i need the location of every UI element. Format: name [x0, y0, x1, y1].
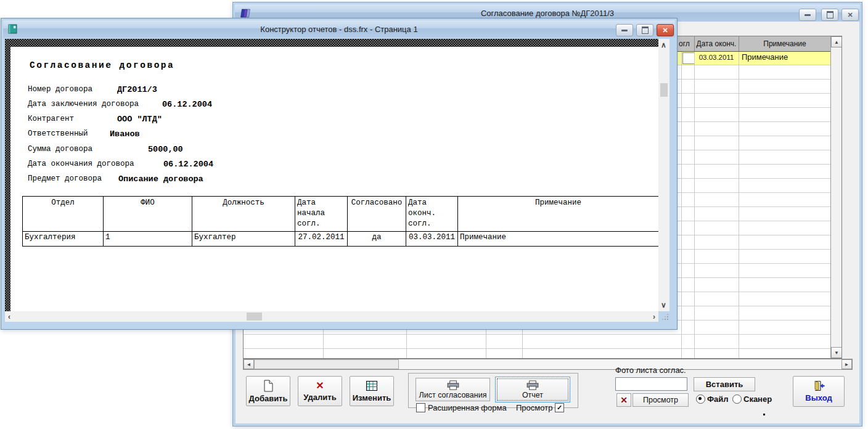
field-value: 5000,00: [148, 145, 183, 154]
table-header-cell: Отдел: [23, 197, 104, 232]
exit-button-label: Выход: [805, 393, 832, 402]
table-icon: [366, 380, 378, 391]
exit-button[interactable]: Выход: [793, 376, 845, 407]
approval-table: Отдел ФИО Должность Дата начала согл. Со…: [22, 196, 658, 247]
table-header-cell: ФИО: [104, 197, 192, 232]
scanner-radio-label: Сканер: [743, 394, 772, 404]
grid-cell-date-end[interactable]: 03.03.2011: [694, 54, 739, 61]
table-header-cell: Примечание: [458, 197, 659, 232]
table-header-cell: Дата начала согл.: [295, 197, 348, 232]
approval-sheet-button[interactable]: Лист согласования: [416, 378, 490, 401]
field-value: Описание договора: [118, 174, 203, 184]
scroll-up-icon: ▲: [834, 39, 839, 45]
scroll-left-button[interactable]: ◄: [244, 359, 254, 369]
scroll-down-icon[interactable]: ∨: [661, 301, 666, 309]
delete-button[interactable]: ✕ Удалить: [298, 376, 342, 406]
preview-vertical-scrollbar[interactable]: ∧ ∨: [658, 39, 669, 311]
field-value: 06.12.2004: [162, 100, 212, 109]
report-field: Сумма договора 5000,00: [28, 145, 183, 154]
preview-checkbox[interactable]: ✓: [555, 403, 564, 412]
scroll-right-icon: ►: [845, 362, 850, 367]
report-field: Ответственный Иванов: [28, 129, 140, 139]
scroll-right-icon[interactable]: ›: [653, 313, 655, 321]
table-cell: 27.02.2011: [295, 232, 348, 247]
file-radio-label: Файл: [707, 394, 729, 404]
table-cell: да: [348, 232, 406, 247]
edit-button[interactable]: Изменить: [350, 376, 394, 406]
grid-header-approval-date-clipped[interactable]: огл: [679, 36, 695, 51]
minimize-icon: [805, 14, 811, 16]
extended-form-checkbox[interactable]: [416, 403, 425, 412]
grid-header-note[interactable]: Примечание: [739, 36, 831, 51]
delete-x-icon: ✕: [316, 381, 324, 391]
minimize-icon: [621, 30, 628, 31]
scanner-radio[interactable]: [732, 394, 742, 404]
door-icon: [813, 380, 825, 391]
red-x-icon: ✕: [620, 395, 628, 405]
grid-horizontal-scrollbar[interactable]: ◄ ►: [243, 359, 853, 370]
scroll-up-button[interactable]: ▲: [831, 36, 842, 47]
field-value: ДГ2011/3: [117, 85, 157, 94]
table-cell: Бухгалтер: [192, 232, 295, 247]
report-button-label: Отчет: [522, 391, 543, 399]
field-label: Номер договора: [28, 85, 117, 94]
field-value: Иванов: [110, 129, 140, 139]
photo-path-input[interactable]: [615, 377, 687, 391]
grid-header-date-end[interactable]: Дата оконч.: [694, 36, 739, 51]
approval-sheet-label: Лист согласования: [419, 391, 487, 399]
edit-button-label: Изменить: [353, 393, 391, 402]
scroll-thumb[interactable]: [254, 359, 399, 369]
table-cell: Примечание: [458, 232, 659, 247]
photo-section-label: Фото листа соглас.: [615, 366, 686, 375]
restore-button[interactable]: [821, 9, 838, 21]
table-cell: 1: [104, 232, 192, 247]
table-header-cell: Должность: [192, 197, 295, 232]
field-value: ООО "ЛТД": [117, 115, 162, 124]
scroll-right-button[interactable]: ►: [841, 359, 852, 369]
scroll-thumb[interactable]: [660, 83, 668, 97]
grid-cell-editor[interactable]: [682, 52, 695, 64]
scroll-left-icon[interactable]: ‹: [8, 313, 10, 321]
insert-photo-button[interactable]: Вставить: [694, 377, 755, 391]
field-label: Контрагент: [28, 115, 117, 124]
field-label: Дата заключения договора: [28, 100, 162, 109]
report-button[interactable]: Отчет: [495, 377, 570, 402]
view-photo-button[interactable]: Просмотр: [633, 393, 689, 407]
report-field: Дата заключения договора 06.12.2004: [28, 100, 212, 109]
report-field: Контрагент ООО "ЛТД": [28, 115, 162, 124]
report-window-titlebar[interactable]: Конструктор отчетов - dss.frx - Страница…: [3, 20, 675, 38]
minimize-button[interactable]: [616, 24, 633, 36]
scroll-down-button[interactable]: ▼: [831, 347, 842, 358]
close-icon: ✕: [662, 27, 668, 35]
table-header-cell: Дата оконч. согл.: [406, 197, 458, 232]
close-icon: ✕: [847, 11, 853, 19]
close-button[interactable]: ✕: [657, 24, 674, 36]
file-radio[interactable]: [696, 394, 705, 404]
close-button[interactable]: ✕: [841, 9, 859, 21]
field-value: 06.12.2004: [163, 160, 213, 169]
scroll-thumb[interactable]: [247, 313, 262, 321]
extended-form-label: Расширенная форма: [428, 403, 507, 412]
grid-column-separator: [739, 51, 739, 358]
grid-cell-note[interactable]: Примечание: [742, 52, 788, 62]
printer-icon: [446, 380, 460, 390]
table-cell: Бухгалтерия: [23, 232, 104, 247]
minimize-button[interactable]: [799, 9, 816, 21]
clear-photo-button[interactable]: ✕: [616, 393, 631, 407]
scroll-up-icon[interactable]: ∧: [661, 41, 666, 49]
insert-photo-label: Вставить: [706, 380, 743, 389]
resize-grip[interactable]: [662, 314, 668, 320]
field-label: Сумма договора: [28, 145, 148, 154]
report-window-title: Конструктор отчетов - dss.frx - Страница…: [3, 25, 675, 34]
scroll-left-icon: ◄: [247, 362, 252, 367]
table-header-cell: Согласовано: [348, 197, 406, 232]
add-button[interactable]: Добавить: [246, 376, 290, 406]
contract-window-title: Согласование договора №ДГ2011/3: [235, 9, 860, 18]
restore-button[interactable]: [636, 24, 653, 36]
preview-horizontal-scrollbar[interactable]: ‹ ›: [5, 311, 658, 322]
grid-vertical-scrollbar[interactable]: ▲ ▼: [830, 36, 841, 358]
report-page: Согласование договора Номер договора ДГ2…: [10, 47, 658, 311]
field-label: Дата окончания договора: [28, 160, 163, 169]
grid-column-separator: [694, 51, 695, 358]
scroll-down-icon: ▼: [834, 350, 839, 356]
